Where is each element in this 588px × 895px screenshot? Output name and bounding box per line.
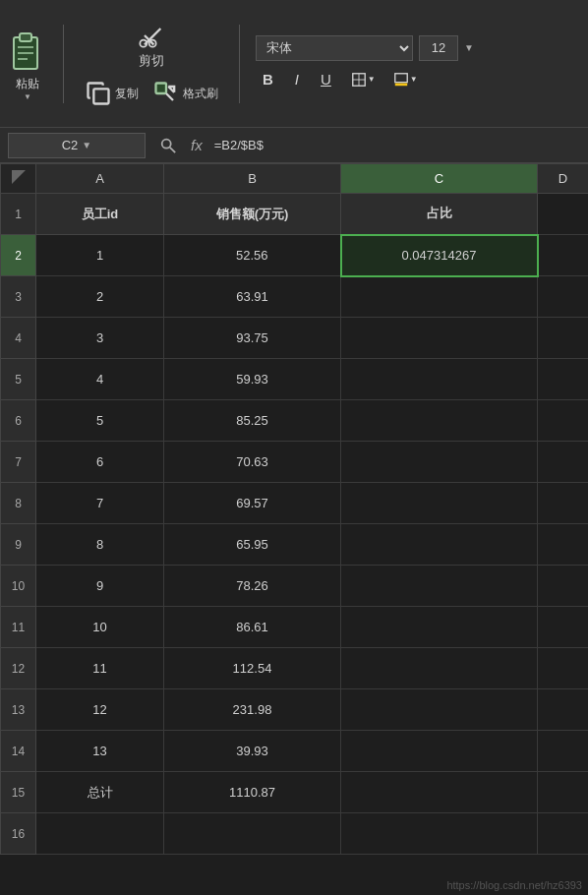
cell-c[interactable] bbox=[341, 318, 538, 359]
cell-a[interactable]: 3 bbox=[36, 318, 164, 359]
row-number[interactable]: 9 bbox=[1, 524, 36, 566]
cell-a[interactable]: 5 bbox=[36, 400, 164, 442]
paste-label[interactable]: 粘贴 bbox=[16, 76, 39, 92]
bold-button[interactable]: B bbox=[256, 67, 280, 92]
font-name-select[interactable]: 宋体 bbox=[256, 35, 413, 61]
paste-section: 粘贴 ▼ bbox=[8, 27, 47, 101]
cell-b[interactable]: 63.91 bbox=[164, 276, 341, 318]
row-number[interactable]: 14 bbox=[1, 731, 36, 772]
search-formula-icon[interactable] bbox=[159, 137, 177, 154]
cell-d[interactable] bbox=[538, 194, 589, 235]
cell-a[interactable]: 总计 bbox=[36, 772, 164, 813]
col-header-b[interactable]: B bbox=[164, 164, 341, 194]
cell-a[interactable] bbox=[36, 813, 164, 855]
cell-c[interactable] bbox=[341, 400, 538, 442]
cell-b[interactable]: 59.93 bbox=[164, 359, 341, 400]
cell-b[interactable]: 112.54 bbox=[164, 648, 341, 689]
cell-d[interactable] bbox=[538, 772, 589, 813]
cell-b[interactable]: 93.75 bbox=[164, 318, 341, 359]
cell-d[interactable] bbox=[538, 813, 589, 855]
row-number[interactable]: 13 bbox=[1, 689, 36, 731]
cell-c[interactable]: 占比 bbox=[341, 194, 538, 235]
cell-d[interactable] bbox=[538, 276, 589, 318]
cell-d[interactable] bbox=[538, 400, 589, 442]
cell-a[interactable]: 12 bbox=[36, 689, 164, 731]
row-number[interactable]: 16 bbox=[1, 813, 36, 855]
cell-c[interactable] bbox=[341, 442, 538, 483]
cell-c[interactable] bbox=[341, 607, 538, 648]
cell-c[interactable] bbox=[341, 813, 538, 855]
row-number[interactable]: 15 bbox=[1, 772, 36, 813]
cell-b[interactable]: 1110.87 bbox=[164, 772, 341, 813]
cell-d[interactable] bbox=[538, 483, 589, 524]
cell-d[interactable] bbox=[538, 359, 589, 400]
cell-b[interactable]: 78.26 bbox=[164, 566, 341, 607]
row-number[interactable]: 8 bbox=[1, 483, 36, 524]
cell-b[interactable]: 70.63 bbox=[164, 442, 341, 483]
cell-b[interactable]: 86.61 bbox=[164, 607, 341, 648]
cell-a[interactable]: 10 bbox=[36, 607, 164, 648]
row-number[interactable]: 1 bbox=[1, 194, 36, 235]
cell-b[interactable]: 69.57 bbox=[164, 483, 341, 524]
cell-b[interactable]: 65.95 bbox=[164, 524, 341, 566]
cell-a[interactable]: 员工id bbox=[36, 194, 164, 235]
formula-input[interactable] bbox=[210, 138, 588, 152]
cell-a[interactable]: 8 bbox=[36, 524, 164, 566]
cell-d[interactable] bbox=[538, 235, 589, 276]
cell-reference-box[interactable]: C2 ▼ bbox=[8, 133, 146, 158]
cell-a[interactable]: 7 bbox=[36, 483, 164, 524]
cell-b[interactable] bbox=[164, 813, 341, 855]
cell-d[interactable] bbox=[538, 442, 589, 483]
row-number[interactable]: 2 bbox=[1, 235, 36, 276]
cell-b[interactable]: 85.25 bbox=[164, 400, 341, 442]
row-number[interactable]: 4 bbox=[1, 318, 36, 359]
row-number[interactable]: 7 bbox=[1, 442, 36, 483]
cell-d[interactable] bbox=[538, 524, 589, 566]
border-button[interactable]: ▼ bbox=[346, 67, 381, 92]
cell-c[interactable]: 0.047314267 bbox=[341, 235, 538, 276]
cell-d[interactable] bbox=[538, 689, 589, 731]
row-number[interactable]: 3 bbox=[1, 276, 36, 318]
cell-d[interactable] bbox=[538, 731, 589, 772]
cell-b[interactable]: 231.98 bbox=[164, 689, 341, 731]
cell-c[interactable] bbox=[341, 772, 538, 813]
cell-d[interactable] bbox=[538, 607, 589, 648]
font-size-dropdown[interactable]: ▼ bbox=[464, 42, 474, 53]
cell-a[interactable]: 9 bbox=[36, 566, 164, 607]
fill-button[interactable]: ▼ bbox=[388, 67, 423, 92]
col-header-c[interactable]: C bbox=[341, 164, 538, 194]
copy-button[interactable]: 复制 bbox=[80, 78, 144, 109]
row-number[interactable]: 12 bbox=[1, 648, 36, 689]
col-header-a[interactable]: A bbox=[36, 164, 164, 194]
cell-a[interactable]: 1 bbox=[36, 235, 164, 276]
cell-c[interactable] bbox=[341, 359, 538, 400]
cut-button[interactable]: 剪切 bbox=[80, 18, 223, 74]
cell-c[interactable] bbox=[341, 689, 538, 731]
cell-a[interactable]: 6 bbox=[36, 442, 164, 483]
cell-a[interactable]: 11 bbox=[36, 648, 164, 689]
col-header-d[interactable]: D bbox=[538, 164, 589, 194]
cell-a[interactable]: 13 bbox=[36, 731, 164, 772]
italic-button[interactable]: I bbox=[288, 67, 306, 92]
row-number[interactable]: 11 bbox=[1, 607, 36, 648]
cell-c[interactable] bbox=[341, 276, 538, 318]
cell-a[interactable]: 4 bbox=[36, 359, 164, 400]
cell-d[interactable] bbox=[538, 566, 589, 607]
format-painter-button[interactable]: 格式刷 bbox=[147, 78, 223, 109]
underline-button[interactable]: U bbox=[314, 67, 338, 92]
cell-a[interactable]: 2 bbox=[36, 276, 164, 318]
font-size-input[interactable] bbox=[419, 35, 458, 61]
cell-b[interactable]: 52.56 bbox=[164, 235, 341, 276]
cell-b[interactable]: 39.93 bbox=[164, 731, 341, 772]
cell-b[interactable]: 销售额(万元) bbox=[164, 194, 341, 235]
cell-c[interactable] bbox=[341, 648, 538, 689]
cell-d[interactable] bbox=[538, 318, 589, 359]
cell-c[interactable] bbox=[341, 731, 538, 772]
row-number[interactable]: 5 bbox=[1, 359, 36, 400]
row-number[interactable]: 6 bbox=[1, 400, 36, 442]
cell-c[interactable] bbox=[341, 483, 538, 524]
row-number[interactable]: 10 bbox=[1, 566, 36, 607]
cell-c[interactable] bbox=[341, 566, 538, 607]
cell-d[interactable] bbox=[538, 648, 589, 689]
cell-c[interactable] bbox=[341, 524, 538, 566]
